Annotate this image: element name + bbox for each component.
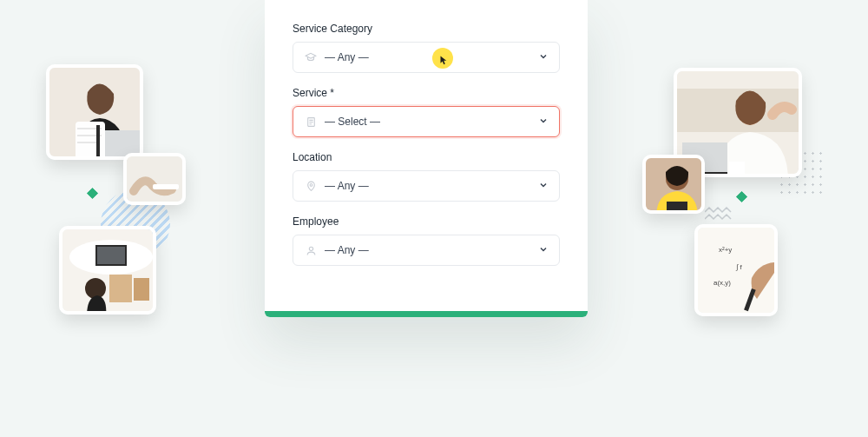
- decorative-photo: [59, 226, 156, 315]
- decorative-photo: [123, 153, 186, 205]
- select-value: — Any —: [325, 180, 369, 192]
- svg-rect-6: [153, 184, 179, 189]
- field-service: Service * — Select —: [293, 87, 560, 137]
- document-icon: [304, 115, 318, 129]
- label-service-category: Service Category: [293, 23, 560, 35]
- select-service[interactable]: — Select —: [293, 106, 560, 137]
- select-value: — Any —: [325, 244, 369, 256]
- label-employee: Employee: [293, 215, 560, 228]
- chevron-down-icon: [538, 114, 549, 129]
- card-accent-bar: [265, 311, 588, 317]
- chevron-down-icon: [538, 178, 549, 194]
- svg-text:x²+y: x²+y: [719, 246, 732, 254]
- select-value: — Any —: [325, 51, 369, 63]
- chevron-down-icon: [538, 50, 549, 65]
- svg-rect-5: [127, 156, 186, 205]
- graduation-cap-icon: [304, 50, 318, 64]
- field-service-category: Service Category — Any —: [293, 23, 560, 73]
- svg-point-29: [310, 183, 312, 186]
- svg-rect-4: [96, 125, 100, 160]
- field-employee: Employee — Any —: [293, 215, 560, 266]
- decorative-photo: x²+y ∫ f a(x,y): [694, 224, 778, 316]
- diamond-accent-left: [87, 188, 98, 199]
- svg-rect-22: [667, 202, 687, 214]
- map-pin-icon: [304, 179, 318, 193]
- person-icon: [304, 243, 318, 257]
- field-location: Location — Any —: [293, 151, 560, 202]
- cursor-highlight: [432, 48, 453, 69]
- label-location: Location: [293, 151, 560, 163]
- svg-rect-12: [109, 275, 132, 302]
- decorative-photo: [642, 155, 705, 214]
- svg-point-30: [309, 247, 312, 250]
- svg-rect-3: [76, 122, 105, 160]
- svg-text:∫ f: ∫ f: [735, 263, 742, 271]
- diamond-accent-right: [736, 191, 747, 202]
- select-value: — Select —: [325, 116, 380, 128]
- decorative-photo: [46, 64, 143, 160]
- svg-text:a(x,y): a(x,y): [713, 279, 731, 287]
- svg-rect-13: [134, 278, 149, 301]
- label-service: Service *: [293, 87, 560, 99]
- chevron-down-icon: [538, 242, 549, 258]
- booking-form-card: Service Category — Any — Service *: [265, 0, 588, 317]
- select-service-category[interactable]: — Any —: [293, 42, 560, 73]
- svg-rect-19: [729, 162, 745, 175]
- select-location[interactable]: — Any —: [293, 170, 560, 202]
- zigzag-pattern: [705, 207, 736, 222]
- select-employee[interactable]: — Any —: [293, 235, 560, 266]
- svg-point-11: [85, 278, 106, 299]
- svg-rect-10: [97, 247, 125, 264]
